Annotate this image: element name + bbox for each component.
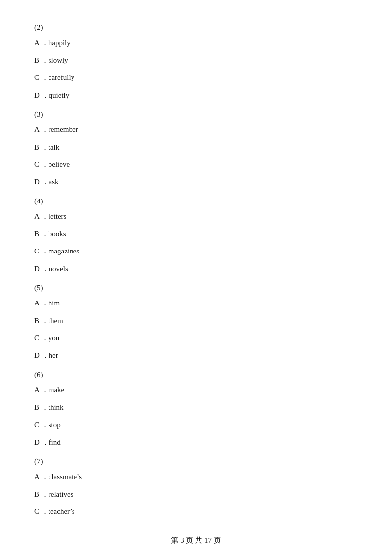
page-content: (2)A ．happilyB ．slowlyC ．carefullyD ．qui… (0, 0, 392, 553)
question-number-q6: (6) (34, 371, 358, 379)
option-q5-b: B ．them (34, 315, 358, 328)
option-q6-d: D ．find (34, 436, 358, 449)
footer-text: 第 3 页 共 17 页 (171, 536, 220, 544)
option-q3-b: B ．talk (34, 141, 358, 154)
option-q4-c: C ．magazines (34, 245, 358, 258)
option-q7-a: A ．classmate’s (34, 471, 358, 483)
page-footer: 第 3 页 共 17 页 (0, 536, 392, 545)
option-q4-a: A ．letters (34, 210, 358, 223)
option-q3-c: C ．believe (34, 158, 358, 171)
option-q2-d: D ．quietly (34, 89, 358, 102)
question-number-q5: (5) (34, 284, 358, 292)
option-q2-a: A ．happily (34, 37, 358, 50)
question-number-q4: (4) (34, 197, 358, 205)
option-q5-a: A ．him (34, 297, 358, 310)
question-number-q7: (7) (34, 457, 358, 466)
question-number-q3: (3) (34, 110, 358, 119)
option-q6-b: B ．think (34, 402, 358, 414)
option-q4-d: D ．novels (34, 263, 358, 276)
question-number-q2: (2) (34, 24, 358, 32)
option-q7-b: B ．relatives (34, 488, 358, 501)
option-q7-c: C ．teacher’s (34, 505, 358, 518)
option-q6-a: A ．make (34, 384, 358, 397)
option-q3-a: A ．remember (34, 124, 358, 136)
option-q5-c: C ．you (34, 332, 358, 345)
option-q3-d: D ．ask (34, 176, 358, 189)
option-q4-b: B ．books (34, 228, 358, 241)
option-q2-b: B ．slowly (34, 54, 358, 67)
option-q2-c: C ．carefully (34, 72, 358, 84)
option-q6-c: C ．stop (34, 419, 358, 431)
option-q5-d: D ．her (34, 350, 358, 362)
